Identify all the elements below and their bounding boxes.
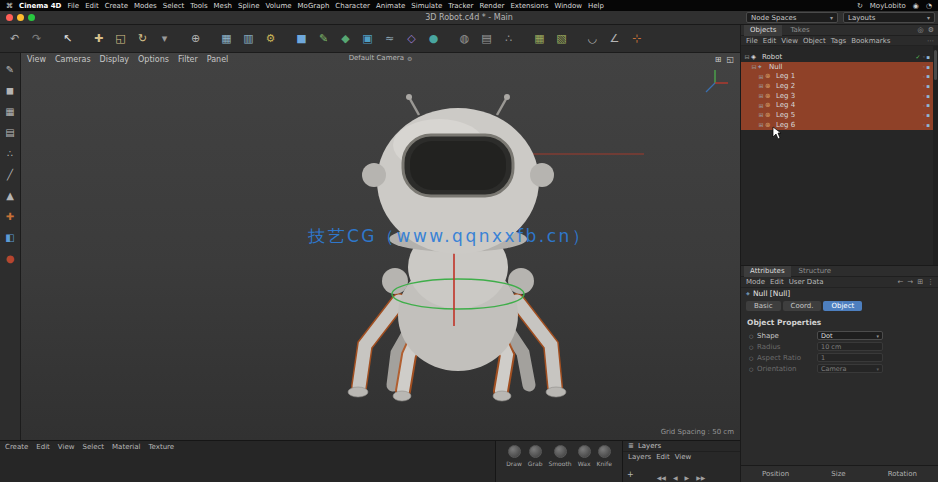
visibility-dots-icon[interactable]: ·· (922, 92, 924, 99)
panel-icon[interactable]: ⊞ (917, 278, 923, 286)
expand-toggle-icon[interactable]: ⊟ (743, 53, 751, 60)
enabled-check-icon[interactable]: ✓ (915, 53, 920, 60)
viewport[interactable]: ViewCamerasDisplayOptionsFilterPanel ⊞◱ … (21, 53, 740, 440)
more-icon[interactable]: ⋯ (927, 37, 938, 45)
menubar-item[interactable]: Tools (190, 2, 207, 10)
volume-icon[interactable]: ▣ (357, 28, 378, 49)
scrollbar[interactable] (933, 46, 938, 265)
expand-toggle-icon[interactable]: ⊞ (757, 111, 765, 118)
panel-icon[interactable]: ▶▶ (696, 474, 705, 481)
menu-item[interactable]: Edit (36, 443, 50, 451)
menu-item[interactable]: Edit (770, 278, 784, 286)
model-mode-icon[interactable]: ◼ (2, 82, 18, 98)
object-tree-item[interactable]: ⊞ ⊚ Leg 5 ·· ▪ (741, 110, 933, 120)
close-button[interactable] (6, 14, 13, 21)
menu-item[interactable]: Edit (656, 453, 670, 461)
menubar-item[interactable]: Select (163, 2, 185, 10)
panel-icon[interactable]: ◀ (673, 474, 678, 481)
tag-icon[interactable]: ▪ (926, 83, 930, 89)
animation-dot-icon[interactable]: ○ (749, 344, 757, 350)
menu-item[interactable]: Tags (831, 37, 847, 45)
scale-tool-icon[interactable]: ◱ (110, 28, 131, 49)
menu-item[interactable]: User Data (789, 278, 824, 286)
panel-tab[interactable]: Takes (784, 25, 815, 36)
menubar-item[interactable]: Window (554, 2, 582, 10)
coordinate-system-icon[interactable]: ⊕ (185, 28, 206, 49)
camera-label[interactable]: Default Camera ⚙ (349, 54, 413, 62)
panel-icon[interactable]: ⊞ (715, 55, 722, 64)
menubar-item[interactable]: Volume (266, 2, 292, 10)
tag-icon[interactable]: ▪ (926, 54, 930, 60)
apple-menu-icon[interactable]: ⌘ (6, 2, 13, 10)
simulation-scene-icon[interactable]: ● (2, 250, 18, 266)
live-selection-icon[interactable]: ↖ (57, 28, 78, 49)
redo-icon[interactable]: ↷ (26, 28, 47, 49)
viewport-menu-item[interactable]: Panel (207, 55, 229, 64)
menu-item[interactable]: Texture (149, 443, 175, 451)
menu-item[interactable]: File (746, 37, 758, 45)
expand-toggle-icon[interactable]: ⊞ (757, 73, 765, 80)
menubar-item[interactable]: Spline (238, 2, 260, 10)
axis-modify-icon[interactable]: ⊹ (626, 28, 647, 49)
render-picture-viewer-icon[interactable]: ▥ (238, 28, 259, 49)
menu-item[interactable]: Mode (746, 278, 765, 286)
object-tree-item[interactable]: ⊞ ⊚ Leg 1 ·· ▪ (741, 71, 933, 81)
panel-icon[interactable]: ⚙ (928, 26, 934, 34)
tag-icon[interactable]: ▪ (926, 93, 930, 99)
axis-mode-icon[interactable]: ✚ (2, 208, 18, 224)
sculpt-brush[interactable]: Draw (506, 445, 522, 482)
visibility-dots-icon[interactable]: ·· (922, 73, 924, 80)
menubar-item[interactable]: Modes (134, 2, 157, 10)
visibility-dots-icon[interactable]: ·· (922, 121, 924, 128)
tag-icon[interactable]: ▪ (926, 64, 930, 70)
menu-item[interactable]: Object (803, 37, 826, 45)
panel-icon[interactable]: ◎ (918, 26, 924, 34)
minimize-button[interactable] (17, 14, 24, 21)
particles-icon[interactable]: ∴ (498, 28, 519, 49)
menubar-item[interactable]: Render (479, 2, 504, 10)
snap-magnet-icon[interactable]: ◡ (582, 28, 603, 49)
menubar-item[interactable]: Mesh (214, 2, 232, 10)
status-icon[interactable]: ↻ (857, 2, 863, 10)
menubar-item[interactable]: Tracker (448, 2, 473, 10)
render-settings-icon[interactable]: ⚙ (260, 28, 281, 49)
panel-tab[interactable]: Structure (793, 266, 838, 277)
sculpt-brush[interactable]: Knife (597, 445, 612, 482)
menubar-item[interactable]: Character (335, 2, 370, 10)
expand-toggle-icon[interactable]: ⊞ (757, 102, 765, 109)
object-tree-item[interactable]: ⊟ ⌖ Null ·· ▪ (741, 62, 933, 72)
panel-icon[interactable]: → (907, 278, 913, 286)
menu-item[interactable]: Bookmarks (851, 37, 890, 45)
menu-item[interactable]: View (781, 37, 798, 45)
control-center-icon[interactable]: ◉ (913, 2, 919, 10)
panel-icon[interactable]: ▶ (685, 474, 690, 481)
animation-dot-icon[interactable]: ○ (749, 333, 757, 339)
menu-item[interactable]: View (58, 443, 75, 451)
viewport-menu-item[interactable]: Filter (178, 55, 198, 64)
object-tree-item[interactable]: ⊞ ⊚ Leg 2 ·· ▪ (741, 81, 933, 91)
expand-toggle-icon[interactable]: ⊟ (750, 63, 758, 70)
app-menu[interactable]: Cinema 4D (19, 2, 61, 10)
attribute-section-tab[interactable]: Object (823, 301, 862, 311)
panel-tab[interactable]: Objects (744, 25, 782, 36)
object-tree-item[interactable]: ⊟ ◈ Robot ✓ ·· ▪ (741, 52, 933, 62)
dynamics-icon[interactable]: ◍ (454, 28, 475, 49)
menubar-item[interactable]: Extensions (510, 2, 548, 10)
panel-icon[interactable]: ⋮ (927, 278, 934, 286)
object-tree-item[interactable]: ⊞ ⊚ Leg 4 ·· ▪ (741, 100, 933, 110)
property-control[interactable]: 1 (817, 353, 883, 362)
visibility-dots-icon[interactable]: ·· (922, 111, 924, 118)
texture-mode-icon[interactable]: ▦ (2, 103, 18, 119)
object-tree-item[interactable]: ⊞ ⊚ Leg 3 ·· ▪ (741, 91, 933, 101)
visibility-dots-icon[interactable]: ·· (922, 53, 924, 60)
move-tool-icon[interactable]: ✚ (88, 28, 109, 49)
make-editable-icon[interactable]: ✎ (2, 61, 18, 77)
workplane-mode-icon[interactable]: ▤ (2, 124, 18, 140)
menubar-item[interactable]: Edit (85, 2, 99, 10)
panel-icon[interactable]: ← (897, 278, 903, 286)
panel-icon[interactable]: ◱ (726, 55, 734, 64)
property-control[interactable]: Camera ▾ (817, 364, 883, 373)
menubar-item[interactable]: Animate (376, 2, 405, 10)
menu-item[interactable]: Layers (628, 453, 651, 461)
user-menu[interactable]: MoyLobito (870, 2, 906, 10)
